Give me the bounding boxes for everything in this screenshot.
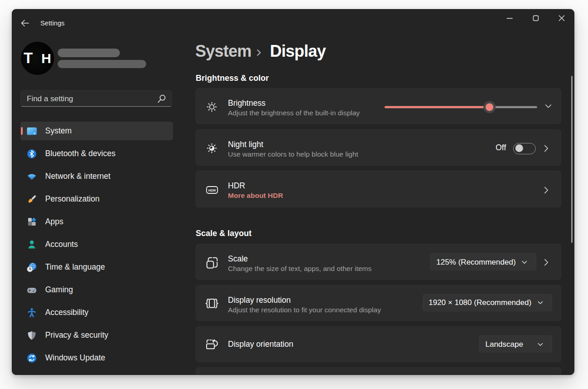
svg-text:HDR: HDR bbox=[208, 188, 216, 192]
